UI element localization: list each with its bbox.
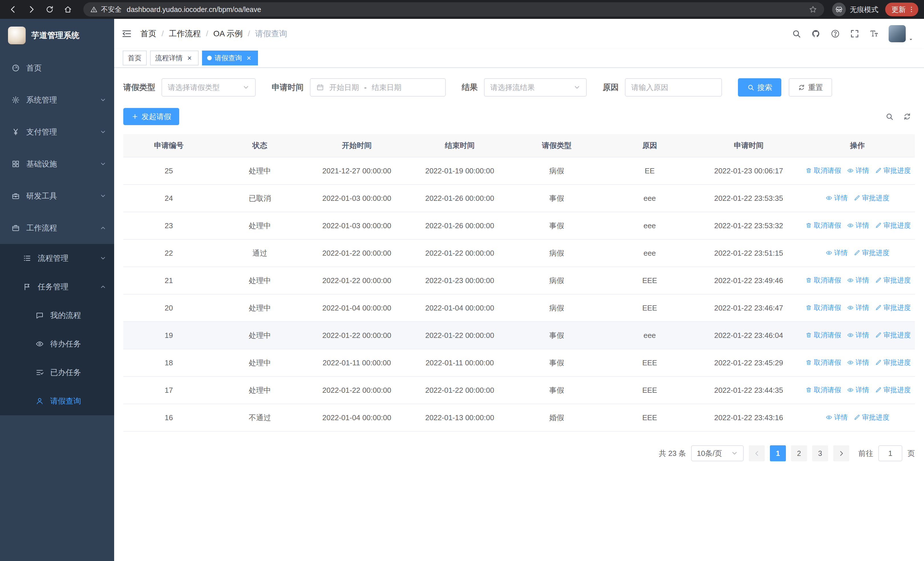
create-leave-button[interactable]: 发起请假 xyxy=(123,108,179,125)
apply-time-range-picker[interactable]: 开始日期 - 结束日期 xyxy=(310,78,446,96)
sidebar-item-leave-query[interactable]: 请假查询 xyxy=(0,387,114,415)
bookmark-star-icon[interactable] xyxy=(809,5,817,14)
leave-type-select[interactable]: 请选择请假类型 xyxy=(162,78,256,96)
leave-type-placeholder: 请选择请假类型 xyxy=(168,83,220,93)
detail-link[interactable]: 详情 xyxy=(847,331,869,340)
browser-home-button[interactable] xyxy=(60,2,75,17)
page-button-1[interactable]: 1 xyxy=(770,445,786,461)
progress-link[interactable]: 审批进度 xyxy=(854,413,890,422)
browser-back-button[interactable] xyxy=(6,2,21,17)
incognito-badge: 无痕模式 xyxy=(832,3,878,16)
table-refresh-button[interactable] xyxy=(903,112,912,121)
tab-home[interactable]: 首页 xyxy=(123,51,147,65)
trash-icon xyxy=(805,304,812,311)
goto-label: 前往 xyxy=(858,448,873,459)
action-label: 详情 xyxy=(855,276,869,285)
column-header: 请假类型 xyxy=(511,134,602,157)
progress-link[interactable]: 审批进度 xyxy=(875,221,911,230)
reason-input[interactable] xyxy=(625,78,722,96)
progress-link[interactable]: 审批进度 xyxy=(854,193,890,203)
action-label: 取消请假 xyxy=(814,221,841,230)
browser-menu-icon[interactable] xyxy=(908,5,915,14)
eye-icon xyxy=(825,250,832,256)
browser-forward-button[interactable] xyxy=(24,2,39,17)
tab-leave-query[interactable]: 请假查询× xyxy=(202,51,258,65)
github-button[interactable] xyxy=(811,29,821,39)
sidebar-item-infrastructure[interactable]: 基础设施 xyxy=(0,148,114,180)
sidebar-item-system[interactable]: 系统管理 xyxy=(0,84,114,116)
sidebar-item-payment[interactable]: 支付管理 xyxy=(0,116,114,148)
detail-link[interactable]: 详情 xyxy=(825,248,848,257)
cell-leave-type: 事假 xyxy=(511,185,602,212)
flag-icon xyxy=(23,283,32,291)
sidebar-item-process-management[interactable]: 流程管理 xyxy=(0,244,114,272)
detail-link[interactable]: 详情 xyxy=(847,385,869,394)
detail-link[interactable]: 详情 xyxy=(847,221,869,230)
cancel-link[interactable]: 取消请假 xyxy=(805,358,841,367)
reset-button[interactable]: 重置 xyxy=(789,78,832,96)
font-size-button[interactable] xyxy=(869,29,879,39)
page-size-select[interactable]: 10条/页 xyxy=(691,445,744,461)
cell-status: 通过 xyxy=(214,239,305,267)
detail-link[interactable]: 详情 xyxy=(847,166,869,175)
sidebar-collapse-button[interactable] xyxy=(121,28,132,39)
page-button-3[interactable]: 3 xyxy=(812,445,828,461)
sidebar-item-task-management[interactable]: 任务管理 xyxy=(0,272,114,301)
table-row-21: 21处理中2022-01-22 00:00:002022-01-23 00:00… xyxy=(123,267,915,294)
sidebar-item-workflow[interactable]: 工作流程 xyxy=(0,212,114,244)
close-icon[interactable]: × xyxy=(186,54,194,62)
app-logo-row[interactable]: 芋道管理系统 xyxy=(0,19,114,52)
result-select[interactable]: 请选择流结果 xyxy=(484,78,587,96)
page-button-2[interactable]: 2 xyxy=(791,445,807,461)
fullscreen-button[interactable] xyxy=(850,29,860,39)
cancel-link[interactable]: 取消请假 xyxy=(805,331,841,340)
sidebar-item-todo-task[interactable]: 待办任务 xyxy=(0,329,114,358)
user-menu[interactable] xyxy=(889,25,914,42)
progress-link[interactable]: 审批进度 xyxy=(854,248,890,257)
list-icon xyxy=(23,254,32,263)
incognito-icon-circle xyxy=(832,3,846,16)
cell-end-time: 2022-01-22 00:00:00 xyxy=(408,239,512,267)
cell-apply-time: 2022-01-22 23:49:46 xyxy=(697,267,800,294)
address-bar[interactable]: 不安全 dashboard.yudao.iocoder.cn/bpm/oa/le… xyxy=(83,2,824,17)
detail-link[interactable]: 详情 xyxy=(847,358,869,367)
sidebar-item-my-process[interactable]: 我的流程 xyxy=(0,301,114,329)
help-button[interactable] xyxy=(830,29,840,39)
breadcrumb-item[interactable]: OA 示例 xyxy=(213,28,243,39)
next-page-button[interactable] xyxy=(833,445,849,461)
browser-reload-button[interactable] xyxy=(42,2,57,17)
detail-link[interactable]: 详情 xyxy=(847,276,869,285)
table-search-toggle-button[interactable] xyxy=(885,112,894,121)
goto-page-input[interactable] xyxy=(878,445,902,461)
progress-link[interactable]: 审批进度 xyxy=(875,358,911,367)
breadcrumb-item[interactable]: 首页 xyxy=(140,28,156,39)
prev-page-button[interactable] xyxy=(749,445,765,461)
action-label: 详情 xyxy=(834,413,848,422)
breadcrumb-item[interactable]: 工作流程 xyxy=(169,28,201,39)
cancel-link[interactable]: 取消请假 xyxy=(805,166,841,175)
detail-link[interactable]: 详情 xyxy=(825,193,848,203)
detail-link[interactable]: 详情 xyxy=(825,413,848,422)
cell-actions: 取消请假详情审批进度 xyxy=(800,267,915,294)
cancel-link[interactable]: 取消请假 xyxy=(805,385,841,394)
cancel-link[interactable]: 取消请假 xyxy=(805,221,841,230)
sidebar-item-home[interactable]: 首页 xyxy=(0,52,114,84)
progress-link[interactable]: 审批进度 xyxy=(875,166,911,175)
sidebar-item-dev-tools[interactable]: 研发工具 xyxy=(0,180,114,212)
cancel-link[interactable]: 取消请假 xyxy=(805,303,841,312)
progress-link[interactable]: 审批进度 xyxy=(875,303,911,312)
close-icon[interactable]: × xyxy=(245,54,253,62)
header-search-button[interactable] xyxy=(792,29,801,39)
search-button[interactable]: 搜索 xyxy=(738,78,782,96)
table-toolbar-icons xyxy=(885,112,915,121)
security-chip[interactable]: 不安全 xyxy=(90,5,122,14)
progress-link[interactable]: 审批进度 xyxy=(875,385,911,394)
eye-icon xyxy=(847,167,854,174)
sidebar-item-done-task[interactable]: 已办任务 xyxy=(0,358,114,387)
detail-link[interactable]: 详情 xyxy=(847,303,869,312)
cancel-link[interactable]: 取消请假 xyxy=(805,276,841,285)
progress-link[interactable]: 审批进度 xyxy=(875,331,911,340)
chrome-update-button[interactable]: 更新 xyxy=(885,3,918,16)
tab-process-detail[interactable]: 流程详情× xyxy=(150,51,199,65)
progress-link[interactable]: 审批进度 xyxy=(875,276,911,285)
